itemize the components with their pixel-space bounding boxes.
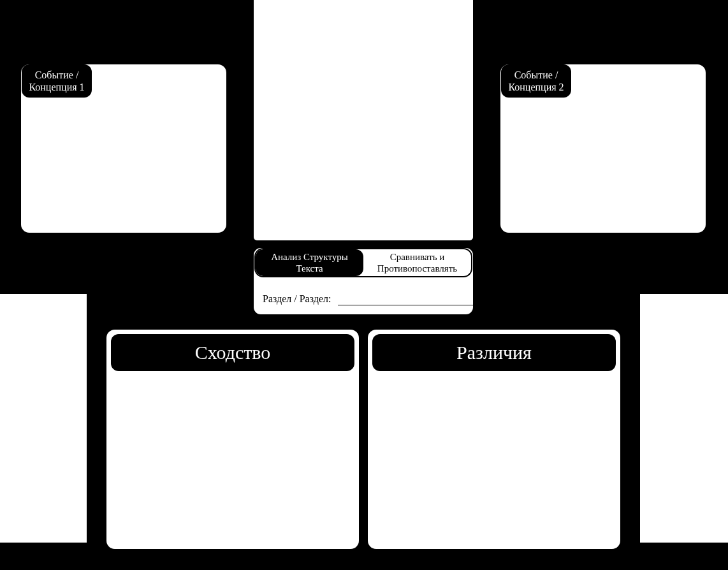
- concept-2-label: Событие / Концепция 2: [506, 69, 566, 93]
- center-tab-right: Сравнивать и Противопоставлять: [363, 249, 471, 276]
- concept-2-tab: Событие / Концепция 2: [501, 64, 571, 98]
- section-underline: [338, 305, 510, 305]
- top-center-panel: [252, 0, 475, 242]
- center-tab-left-label: Анализ Структуры Текста: [259, 251, 360, 274]
- center-tab-left: Анализ Структуры Текста: [256, 249, 363, 276]
- center-tab-row: Анализ Структуры Текста Сравнивать и Про…: [254, 248, 472, 277]
- differences-header-text: Различия: [456, 342, 532, 363]
- section-label: Раздел / Раздел:: [263, 293, 331, 305]
- left-side-block: [0, 294, 87, 543]
- similarities-header-text: Сходство: [195, 342, 271, 363]
- concept-1-tab: Событие / Концепция 1: [22, 64, 92, 98]
- concept-1-label: Событие / Концепция 1: [27, 69, 87, 93]
- section-label-text: Раздел / Раздел:: [263, 293, 331, 304]
- similarities-header: Сходство: [111, 334, 354, 371]
- right-side-block: [640, 294, 728, 543]
- differences-header: Различия: [372, 334, 616, 371]
- center-tab-right-label: Сравнивать и Противопоставлять: [367, 251, 467, 274]
